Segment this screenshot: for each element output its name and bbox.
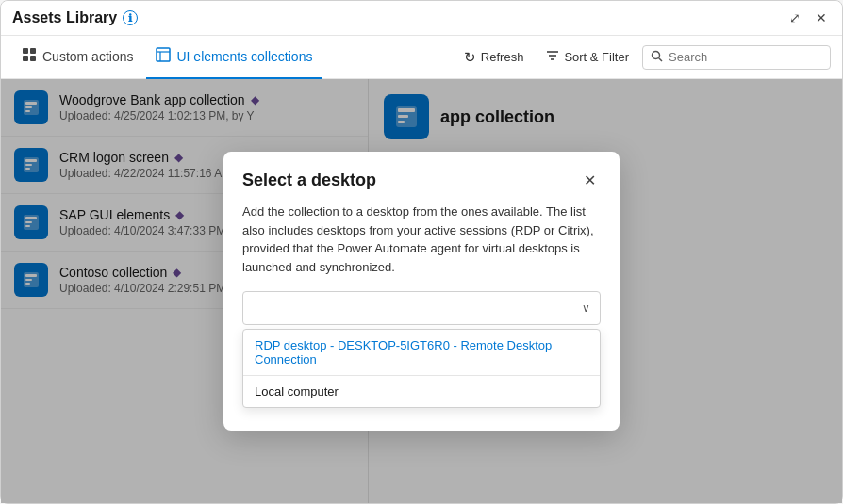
filter-icon [546,49,559,65]
modal-body: Add the collection to a desktop from the… [223,203,620,431]
search-input[interactable] [669,50,822,64]
modal-title: Select a desktop [242,171,376,190]
modal-description: Add the collection to a desktop from the… [242,203,601,276]
dropdown-container: ∨ RDP desktop - DESKTOP-5IGT6R0 - Remote… [242,291,601,408]
refresh-label: Refresh [481,50,524,64]
svg-point-10 [653,51,660,58]
tab-ui-elements-collections[interactable]: UI elements collections [146,36,322,79]
sort-filter-button[interactable]: Sort & Filter [537,44,638,70]
sort-filter-label: Sort & Filter [564,50,629,64]
ui-elements-tab-label: UI elements collections [176,49,312,64]
custom-actions-tab-icon [22,47,37,65]
svg-rect-1 [30,48,36,54]
refresh-button[interactable]: ↻ Refresh [455,44,534,71]
custom-actions-tab-label: Custom actions [42,49,133,64]
svg-rect-3 [30,56,36,61]
refresh-icon: ↻ [464,49,476,66]
search-icon [651,50,663,65]
svg-rect-4 [157,48,170,61]
select-desktop-modal: Select a desktop ✕ Add the collection to… [223,152,620,431]
main-window: Assets Library ℹ ⤢ ✕ Custom actions [0,0,843,504]
modal-header: Select a desktop ✕ [223,152,620,203]
svg-line-11 [659,57,663,61]
dropdown-trigger[interactable]: ∨ [242,291,601,325]
modal-overlay: Select a desktop ✕ Add the collection to… [1,79,842,503]
svg-rect-0 [23,48,28,54]
modal-close-button[interactable]: ✕ [578,169,601,191]
window-controls: ⤢ ✕ [785,8,831,27]
search-box [642,45,831,70]
dropdown-option-rdp[interactable]: RDP desktop - DESKTOP-5IGT6R0 - Remote D… [243,330,600,375]
toolbar: Custom actions UI elements collections ↻… [1,36,842,79]
svg-rect-2 [23,56,28,61]
dropdown-options-list: RDP desktop - DESKTOP-5IGT6R0 - Remote D… [242,329,601,408]
title-bar: Assets Library ℹ ⤢ ✕ [1,1,842,36]
close-button[interactable]: ✕ [812,8,831,27]
ui-elements-tab-icon [156,47,171,65]
window-title: Assets Library [12,9,117,26]
tab-custom-actions[interactable]: Custom actions [12,36,142,79]
chevron-down-icon: ∨ [582,301,590,315]
content-area: Woodgrove Bank app collection ◆ Uploaded… [1,79,842,503]
dropdown-option-local[interactable]: Local computer [243,376,600,407]
info-icon[interactable]: ℹ [123,10,138,25]
expand-button[interactable]: ⤢ [785,8,804,27]
